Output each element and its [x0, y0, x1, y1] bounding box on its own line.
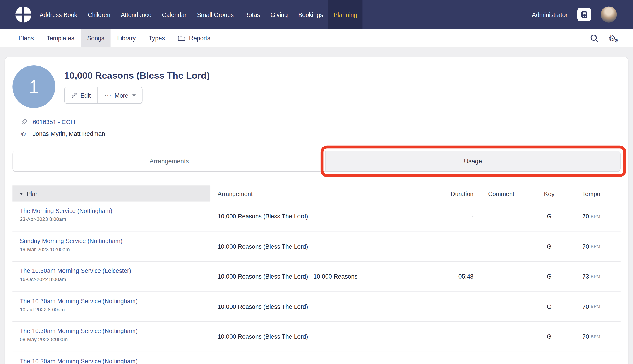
- plan-link[interactable]: The 10.30am Morning Service (Nottingham): [20, 297, 210, 304]
- plan-link[interactable]: Sunday Morning Service (Nottingham): [20, 237, 210, 244]
- usage-table: Plan Arrangement Duration Comment Key Te…: [13, 186, 620, 364]
- nav-item-bookings[interactable]: Bookings: [293, 0, 328, 29]
- bpm-label: BPM: [591, 274, 600, 279]
- duration-cell: -: [400, 322, 474, 351]
- comment-cell: [474, 232, 526, 261]
- ccli-link[interactable]: 6016351 - CCLI: [33, 118, 75, 125]
- subnav-item-templates[interactable]: Templates: [40, 29, 81, 47]
- planning-subnav: Plans Templates Songs Library Types Repo…: [0, 29, 633, 48]
- header-tempo: Tempo: [572, 186, 620, 202]
- tempo-cell: [572, 352, 620, 364]
- arrangement-cell: 10,000 Reasons (Bless the Lord): [210, 352, 400, 364]
- edit-button-label: Edit: [80, 92, 91, 98]
- chevron-down-icon: [132, 94, 136, 96]
- arrangement-cell: 10,000 Reasons (Bless The Lord): [210, 232, 400, 261]
- key-cell: G: [526, 262, 572, 291]
- header-arrangement: Arrangement: [210, 186, 400, 202]
- key-cell: G: [526, 292, 572, 321]
- top-nav-right: Administrator: [532, 6, 633, 22]
- arrangement-cell: 10,000 Reasons (Bless The Lord): [210, 202, 400, 231]
- song-number-badge: 1: [13, 65, 55, 108]
- subnav-item-types[interactable]: Types: [142, 29, 171, 47]
- nav-item-giving[interactable]: Giving: [265, 0, 293, 29]
- duration-cell: [400, 352, 474, 364]
- tab-arrangements[interactable]: Arrangements: [13, 151, 325, 172]
- plan-link[interactable]: The 10.30am Morning Service (Nottingham): [20, 358, 210, 364]
- plan-date: 23-Apr-2023 8:00am: [20, 216, 210, 222]
- nav-item-planning[interactable]: Planning: [328, 0, 362, 29]
- plan-link[interactable]: The 10.30am Morning Service (Leicester): [20, 267, 210, 274]
- more-button-label: More: [115, 92, 128, 98]
- ccli-row: 6016351 - CCLI: [13, 118, 620, 125]
- keypad-icon: [580, 10, 588, 18]
- more-button[interactable]: ⋯ More: [97, 87, 142, 103]
- table-header-row: Plan Arrangement Duration Comment Key Te…: [13, 186, 620, 202]
- header-duration: Duration: [400, 186, 474, 202]
- subnav-item-songs[interactable]: Songs: [81, 29, 111, 47]
- main-content: 1 10,000 Reasons (Bless The Lord) Edit: [0, 48, 633, 364]
- song-tabs: Arrangements Usage: [13, 151, 620, 172]
- comment-cell: [474, 292, 526, 321]
- settings-gear-icon[interactable]: ⚙ ⚙: [608, 34, 616, 42]
- nav-item-children[interactable]: Children: [82, 0, 115, 29]
- edit-button[interactable]: Edit: [65, 87, 97, 103]
- paperclip-icon: [20, 118, 27, 125]
- user-role-label[interactable]: Administrator: [532, 11, 568, 18]
- song-action-buttons: Edit ⋯ More: [64, 86, 143, 104]
- table-row: The 10.30am Morning Service (Leicester) …: [13, 262, 620, 292]
- folder-icon: [178, 35, 185, 41]
- table-row: Sunday Morning Service (Nottingham) 19-M…: [13, 232, 620, 262]
- header-plan-label: Plan: [27, 190, 39, 197]
- table-row: The Morning Service (Nottingham) 23-Apr-…: [13, 202, 620, 232]
- ellipsis-icon: ⋯: [104, 92, 111, 99]
- duration-cell: 05:48: [400, 262, 474, 291]
- arrangement-cell: 10,000 Reasons (Bless The Lord): [210, 292, 400, 321]
- page-title: 10,000 Reasons (Bless The Lord): [64, 70, 210, 81]
- key-cell: G: [526, 232, 572, 261]
- table-row: The 10.30am Morning Service (Nottingham)…: [13, 352, 620, 364]
- nav-item-attendance[interactable]: Attendance: [115, 0, 157, 29]
- sort-caret-icon: [20, 192, 23, 194]
- comment-cell: [474, 322, 526, 351]
- comment-cell: [474, 262, 526, 291]
- song-meta: 6016351 - CCLI © Jonas Myrin, Matt Redma…: [13, 118, 620, 137]
- header-plan[interactable]: Plan: [13, 186, 210, 202]
- authors-row: © Jonas Myrin, Matt Redman: [13, 130, 620, 137]
- comment-cell: [474, 202, 526, 231]
- tempo-cell: 73BPM: [572, 262, 620, 291]
- bpm-label: BPM: [591, 304, 600, 309]
- nav-item-address-book[interactable]: Address Book: [34, 0, 83, 29]
- my-churchsuite-button[interactable]: [577, 8, 591, 22]
- nav-item-calendar[interactable]: Calendar: [157, 0, 192, 29]
- tab-usage[interactable]: Usage: [325, 151, 620, 172]
- subnav-item-reports[interactable]: Reports: [171, 29, 217, 47]
- arrangement-cell: 10,000 Reasons (Bless The Lord): [210, 322, 400, 351]
- top-nav-items: Address Book Children Attendance Calenda…: [34, 0, 362, 29]
- bpm-label: BPM: [591, 244, 600, 249]
- search-icon[interactable]: [590, 34, 599, 42]
- nav-item-small-groups[interactable]: Small Groups: [192, 0, 239, 29]
- pencil-icon: [71, 92, 77, 98]
- plan-date: 16-Oct-2022 8:00am: [20, 276, 210, 282]
- user-avatar[interactable]: [601, 6, 617, 22]
- subnav-item-plans[interactable]: Plans: [12, 29, 40, 47]
- subnav-reports-label: Reports: [189, 34, 210, 41]
- tempo-cell: 70BPM: [572, 322, 620, 351]
- authors-label: Jonas Myrin, Matt Redman: [33, 130, 105, 137]
- duration-cell: -: [400, 292, 474, 321]
- subnav-item-library[interactable]: Library: [111, 29, 142, 47]
- table-row: The 10.30am Morning Service (Nottingham)…: [13, 322, 620, 352]
- plan-link[interactable]: The Morning Service (Nottingham): [20, 207, 210, 214]
- plan-date: 10-Jul-2022 8:00am: [20, 306, 210, 312]
- song-info: 10,000 Reasons (Bless The Lord) Edit ⋯: [64, 65, 210, 104]
- nav-item-rotas[interactable]: Rotas: [239, 0, 265, 29]
- plan-link[interactable]: The 10.30am Morning Service (Nottingham): [20, 327, 210, 334]
- app-logo-icon[interactable]: [15, 6, 32, 23]
- song-detail-card: 1 10,000 Reasons (Bless The Lord) Edit: [5, 57, 629, 364]
- comment-cell: [474, 352, 526, 364]
- tempo-cell: 70BPM: [572, 202, 620, 231]
- tempo-cell: 70BPM: [572, 292, 620, 321]
- bpm-label: BPM: [591, 334, 600, 339]
- header-comment: Comment: [474, 186, 526, 202]
- subnav-right: ⚙ ⚙: [590, 29, 616, 47]
